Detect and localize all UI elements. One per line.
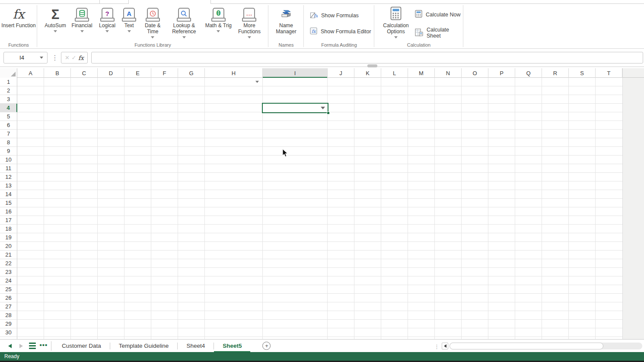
grid-row-8[interactable] (17, 138, 622, 147)
sheet-list-button[interactable] (27, 340, 38, 352)
column-header-E[interactable]: E (124, 68, 151, 78)
grid-row-17[interactable] (17, 216, 622, 225)
grid-row-15[interactable] (17, 199, 622, 207)
row-header-14[interactable]: 14 (0, 190, 17, 199)
grid-row-20[interactable] (17, 242, 622, 251)
sheet-tab-customer-data[interactable]: Customer Data (53, 340, 110, 352)
grid-row-3[interactable] (17, 95, 622, 104)
kebab-handle-icon[interactable]: ⋮ (51, 52, 58, 64)
cell-dropdown-icon[interactable] (321, 107, 325, 109)
row-header-20[interactable]: 20 (0, 242, 17, 251)
sheet-tab-template-guideline[interactable]: Template Guideline (110, 340, 178, 352)
more-functions-button[interactable]: ... More Functions (236, 4, 263, 44)
row-header-21[interactable]: 21 (0, 251, 17, 259)
row-header-17[interactable]: 17 (0, 216, 17, 225)
scrollbar-handle-icon[interactable]: ⋮ (434, 343, 440, 350)
column-header-N[interactable]: N (435, 68, 462, 78)
formula-input[interactable] (91, 52, 643, 64)
row-header-29[interactable]: 29 (0, 320, 17, 328)
math-trig-button[interactable]: θ Math & Trig (203, 4, 234, 44)
row-header-10[interactable]: 10 (0, 156, 17, 164)
column-header-T[interactable]: T (596, 68, 622, 78)
grid-row-12[interactable] (17, 173, 622, 181)
column-header-K[interactable]: K (354, 68, 381, 78)
column-header-M[interactable]: M (408, 68, 435, 78)
insert-function-fx-icon[interactable]: fx (78, 54, 84, 61)
autosum-button[interactable]: Σ AutoSum (43, 4, 67, 44)
row-header-8[interactable]: 8 (0, 138, 17, 147)
grid-row-6[interactable] (17, 121, 622, 130)
name-box[interactable]: I4 (3, 52, 48, 64)
row-header-15[interactable]: 15 (0, 199, 17, 207)
text-button[interactable]: A Text (120, 4, 139, 44)
column-header-L[interactable]: L (381, 68, 408, 78)
select-all-corner[interactable] (0, 68, 17, 78)
grid-row-30[interactable] (17, 328, 622, 337)
column-header-Q[interactable]: Q (515, 68, 542, 78)
name-box-chevron-down-icon[interactable] (40, 57, 43, 59)
grid-row-16[interactable] (17, 207, 622, 216)
row-header-13[interactable]: 13 (0, 181, 17, 190)
row-header-3[interactable]: 3 (0, 95, 17, 104)
grid-row-23[interactable] (17, 268, 622, 276)
grid-row-14[interactable] (17, 190, 622, 199)
row-header-28[interactable]: 28 (0, 311, 17, 320)
fill-handle[interactable] (327, 111, 330, 114)
column-header-H[interactable]: H (205, 68, 263, 78)
row-header-19[interactable]: 19 (0, 233, 17, 242)
enter-icon[interactable]: ✓ (71, 54, 76, 61)
row-header-2[interactable]: 2 (0, 86, 17, 95)
row-header-6[interactable]: 6 (0, 121, 17, 130)
row-header-5[interactable]: 5 (0, 112, 17, 121)
grid-row-24[interactable] (17, 276, 622, 285)
row-header-24[interactable]: 24 (0, 276, 17, 285)
grid-row-5[interactable] (17, 112, 622, 121)
grid-row-29[interactable] (17, 320, 622, 328)
sheet-tab-sheet5[interactable]: Sheet5 (214, 340, 250, 352)
h1-dropdown-icon[interactable] (255, 81, 259, 83)
grid-row-13[interactable] (17, 181, 622, 190)
row-header-9[interactable]: 9 (0, 147, 17, 156)
calculate-sheet-button[interactable]: Calculate Sheet (415, 27, 463, 39)
cancel-icon[interactable]: ✕ (65, 54, 70, 61)
column-header-P[interactable]: P (488, 68, 515, 78)
column-header-D[interactable]: D (98, 68, 124, 78)
grid-row-11[interactable] (17, 164, 622, 173)
row-header-23[interactable]: 23 (0, 268, 17, 276)
grid-row-26[interactable] (17, 294, 622, 302)
grid-row-28[interactable] (17, 311, 622, 320)
show-formulas-button[interactable]: fx Show Formulas (310, 11, 374, 20)
lookup-reference-button[interactable]: Lookup & Reference (167, 4, 201, 44)
grid-row-1[interactable] (17, 78, 622, 86)
grid-row-18[interactable] (17, 225, 622, 233)
column-header-A[interactable]: A (17, 68, 44, 78)
scroll-left-button[interactable] (442, 343, 448, 349)
column-header-J[interactable]: J (328, 68, 354, 78)
column-header-S[interactable]: S (569, 68, 596, 78)
add-sheet-button[interactable]: + (262, 342, 271, 350)
row-header-30[interactable]: 30 (0, 328, 17, 337)
row-header-25[interactable]: 25 (0, 285, 17, 294)
horizontal-scrollbar-thumb[interactable] (450, 343, 603, 349)
calculation-options-button[interactable]: Calculation Options (380, 4, 411, 44)
grid-row-25[interactable] (17, 285, 622, 294)
row-header-27[interactable]: 27 (0, 302, 17, 311)
grid-row-22[interactable] (17, 259, 622, 268)
column-header-C[interactable]: C (71, 68, 98, 78)
row-header-22[interactable]: 22 (0, 259, 17, 268)
grid-row-7[interactable] (17, 130, 622, 138)
row-header-18[interactable]: 18 (0, 225, 17, 233)
show-formula-editor-button[interactable]: fx Show Formula Editor (310, 27, 374, 36)
name-manager-button[interactable]: Name Manager (271, 4, 301, 44)
grid-row-10[interactable] (17, 156, 622, 164)
grid-row-19[interactable] (17, 233, 622, 242)
column-header-O[interactable]: O (462, 68, 488, 78)
row-header-12[interactable]: 12 (0, 173, 17, 181)
sheet-tab-sheet4[interactable]: Sheet4 (178, 340, 214, 352)
spreadsheet-grid[interactable]: ABCDEFGHIJKLMNOPQRST 1234567891011121314… (0, 68, 644, 339)
grid-row-2[interactable] (17, 86, 622, 95)
grid-row-27[interactable] (17, 302, 622, 311)
column-header-R[interactable]: R (542, 68, 569, 78)
grid-rows[interactable] (17, 78, 622, 339)
insert-function-button[interactable]: fx Insert Function (0, 4, 37, 44)
